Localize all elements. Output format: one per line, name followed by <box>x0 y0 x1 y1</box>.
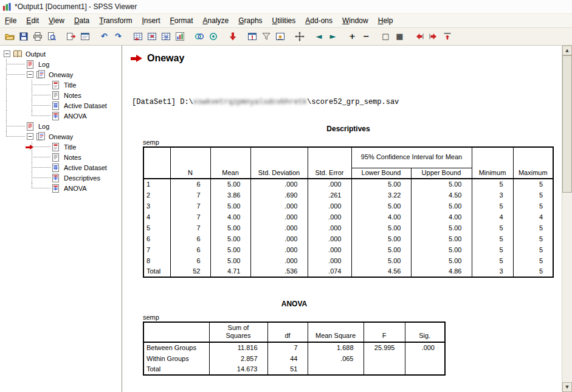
open-button[interactable] <box>2 30 16 43</box>
undo-button[interactable]: ↶ <box>97 30 111 43</box>
table-row: 474.00.000.0004.004.0044 <box>143 211 553 222</box>
cell: 5.00 <box>411 244 472 255</box>
print-preview-button[interactable] <box>44 30 58 43</box>
down-arrow-icon: ▼ <box>565 385 568 390</box>
content-pane: Oneway [DataSet1] D:\xswkvetrqzpmnyalsdc… <box>125 46 562 392</box>
cell: .000 <box>308 201 351 211</box>
hide-output-button[interactable]: ■ <box>393 30 407 43</box>
outline-item-oneway[interactable]: −Oneway <box>0 69 122 80</box>
tree-guide <box>0 90 26 100</box>
show-output-button[interactable]: □ <box>379 30 393 43</box>
menu-window[interactable]: Window <box>337 15 373 27</box>
outline-item-title[interactable]: Title <box>0 80 122 90</box>
outline-item-active-dataset[interactable]: Active Dataset <box>0 162 122 173</box>
tree-guide <box>0 142 26 152</box>
cell: 5 <box>513 190 553 201</box>
scroll-down-button[interactable]: ▼ <box>562 382 572 392</box>
tree-guide <box>26 183 51 193</box>
row-label: Within Groups <box>143 353 209 364</box>
column-header: Std. Deviation <box>250 147 308 179</box>
cell: .065 <box>308 353 364 364</box>
anova-table[interactable]: Sum of SquaresdfMean SquareFSig.Between … <box>143 322 446 376</box>
cell: .000 <box>250 222 308 233</box>
collapse-outline-button[interactable]: − <box>359 30 373 43</box>
window-title: *Output1 [Document1] - SPSS Viewer <box>15 2 137 11</box>
outline-item-anova[interactable]: ANOVA <box>0 183 122 193</box>
use-sets-button[interactable] <box>192 30 206 43</box>
demote-outline-button[interactable] <box>426 30 440 43</box>
scroll-up-button[interactable]: ▲ <box>562 46 572 55</box>
outline-item-notes[interactable]: Notes <box>0 90 122 100</box>
cell: .074 <box>308 266 351 277</box>
designate-window-button[interactable] <box>245 30 259 43</box>
page-title: Oneway <box>147 53 184 64</box>
goto-case-button[interactable] <box>145 30 159 43</box>
vertical-scrollbar[interactable]: ▲ ▼ <box>562 46 572 392</box>
select-cases-icon <box>208 32 218 41</box>
expander-collapse-box[interactable]: − <box>4 50 10 57</box>
filter-cases-icon <box>261 32 271 41</box>
menu-file[interactable]: File <box>0 15 21 27</box>
menu-format[interactable]: Format <box>165 15 198 27</box>
menu-utilities[interactable]: Utilities <box>267 15 301 27</box>
next-output-button[interactable]: ► <box>326 30 340 43</box>
crosshair-button[interactable] <box>292 30 306 43</box>
insert-heading-button[interactable] <box>440 30 454 43</box>
recall-dialogs-icon <box>80 32 90 41</box>
outline-item-title[interactable]: Title <box>0 142 122 152</box>
scrollbar-track[interactable] <box>562 55 572 382</box>
descriptives-table[interactable]: NMeanStd. DeviationStd. Error95% Confide… <box>143 146 554 278</box>
outline-item-label: Notes <box>63 92 83 99</box>
dataset-icon <box>51 163 61 173</box>
menu-addons[interactable]: Add-ons <box>300 15 337 27</box>
select-last-output-button[interactable] <box>226 30 239 43</box>
table-row: 765.00.000.0005.005.0055 <box>143 244 553 255</box>
menu-graphs[interactable]: Graphs <box>233 15 267 27</box>
save-button[interactable] <box>16 30 30 43</box>
outline-item-anova[interactable]: ANOVA <box>0 111 122 121</box>
menu-transform[interactable]: Transform <box>94 15 137 27</box>
corner-header <box>143 322 209 342</box>
cell: 5.00 <box>210 233 250 244</box>
column-header: N <box>170 147 210 179</box>
insert-chart-button[interactable] <box>173 30 187 43</box>
outline-item-descriptives[interactable]: Descriptives <box>0 173 122 183</box>
menu-edit[interactable]: Edit <box>21 15 44 27</box>
menu-analyze[interactable]: Analyze <box>198 15 234 27</box>
promote-outline-button[interactable] <box>412 30 426 43</box>
menu-help[interactable]: Help <box>373 15 398 27</box>
cell: 6 <box>170 179 210 190</box>
expander-collapse-box[interactable]: − <box>27 71 33 78</box>
outline-item-oneway[interactable]: −Oneway <box>0 131 122 142</box>
scrollbar-thumb[interactable] <box>562 55 572 193</box>
variables-button[interactable]: ? <box>159 30 173 43</box>
cell: 11.816 <box>209 342 267 353</box>
outline-item-output[interactable]: −Output <box>0 49 122 59</box>
menu-data[interactable]: Data <box>69 15 94 27</box>
tree-guide <box>26 142 51 152</box>
menu-insert[interactable]: Insert <box>137 15 165 27</box>
show-output-icon: □ <box>381 32 391 41</box>
select-cases-button[interactable] <box>206 30 220 43</box>
recall-dialogs-button[interactable] <box>78 30 92 43</box>
cell: .000 <box>250 201 308 211</box>
table-row: 165.00.000.0005.005.0055 <box>143 179 553 190</box>
cell: 5.00 <box>411 233 472 244</box>
expand-outline-button[interactable]: + <box>345 30 359 43</box>
print-button[interactable] <box>30 30 44 43</box>
previous-output-button[interactable]: ◄ <box>312 30 326 43</box>
goto-data-button[interactable] <box>131 30 145 43</box>
redo-button[interactable]: ↷ <box>111 30 125 43</box>
cell: 3 <box>472 266 513 277</box>
expander-collapse-box[interactable]: − <box>27 133 33 140</box>
export-button[interactable] <box>64 30 78 43</box>
outline-item-active-dataset[interactable]: Active Dataset <box>0 100 122 111</box>
menu-view[interactable]: View <box>44 15 69 27</box>
outline-item-notes[interactable]: Notes <box>0 152 122 162</box>
weight-cases-button[interactable] <box>273 30 287 43</box>
dataset-path-prefix: [DataSet1] D:\ <box>132 98 193 106</box>
outline-item-log[interactable]: Log <box>0 59 122 69</box>
anova-block: ANOVA semp Sum of SquaresdfMean SquareFS… <box>143 300 446 376</box>
outline-item-log[interactable]: Log <box>0 121 122 131</box>
filter-cases-button[interactable] <box>259 30 273 43</box>
